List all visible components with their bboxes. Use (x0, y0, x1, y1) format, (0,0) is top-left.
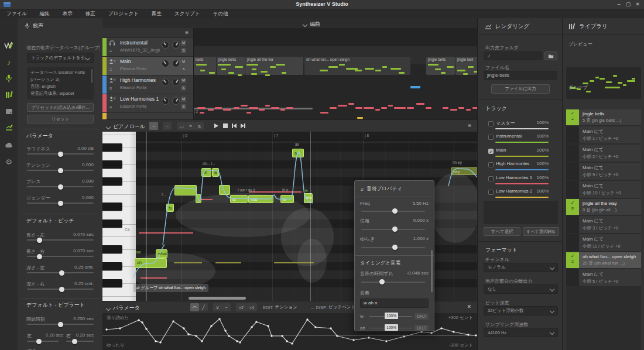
select-all-button[interactable]: すべて選択 (484, 227, 520, 236)
track-grip-icon[interactable]: ≡ (109, 68, 115, 72)
instance-info[interactable]: Main にて小節 3 / ピッチ +0 (579, 216, 641, 233)
group-badge[interactable]: ⇄ グループ oh what fun... open sleigh (133, 284, 208, 292)
instance-info[interactable]: Main にて小節 11 / ピッチ +0 (579, 234, 641, 251)
voice-param-3-slider-thumb[interactable] (58, 201, 63, 206)
arrangement-collapse[interactable]: 編曲 (303, 20, 320, 28)
solo-button[interactable]: S (181, 104, 186, 109)
black-key[interactable] (102, 262, 122, 270)
note[interactable] (196, 194, 201, 203)
pitch-param-1-slider[interactable] (27, 256, 94, 257)
param-panel-collapse[interactable]: パラメータ (107, 304, 140, 312)
voice-param-3-slider[interactable] (27, 203, 94, 204)
group-enable-block[interactable]: ✓≡ (566, 199, 579, 215)
gain-knob[interactable] (172, 78, 180, 86)
pitch-param-0-slider-thumb[interactable] (37, 238, 42, 243)
curve-mode-icon[interactable]: ◡ (177, 122, 186, 130)
group-instance-0-0[interactable]: Main にて小節 1 / ピッチ +0 (566, 126, 641, 145)
track-row-low-harmonies-1[interactable]: ≡Low Harmonies 1Eleanor ForteMS (102, 94, 193, 113)
vibrato-tool-icon[interactable]: ~ (163, 122, 172, 130)
phoneme-label[interactable]: w (305, 188, 308, 193)
menu-item-1[interactable]: 編集 (33, 11, 56, 18)
gain-knob[interactable] (172, 60, 180, 67)
pan-knob[interactable] (162, 41, 169, 49)
phoneme-label[interactable]: f... (162, 193, 166, 197)
group-enable-block[interactable]: ✓≡ (566, 109, 579, 125)
note[interactable]: in (280, 195, 294, 203)
vibrato-left-slider[interactable] (27, 341, 59, 342)
menu-item-7[interactable]: その他 (207, 11, 235, 18)
reset-button[interactable]: リセット (27, 115, 94, 123)
vibrato-start-slider[interactable] (27, 324, 94, 325)
render-track-checkbox-3[interactable] (488, 162, 494, 167)
library-panel-icon[interactable] (0, 87, 18, 102)
group-info[interactable]: oh what fun... open sleigh20 音 (oh what … (579, 252, 641, 268)
track-grip-icon[interactable]: ≡ (109, 87, 115, 91)
black-key[interactable] (102, 219, 122, 228)
phoneme-strength-slider[interactable]: 100% (369, 324, 412, 331)
pan-knob[interactable] (162, 78, 169, 86)
library-group-1[interactable]: ✓≡jingle all the way8 音 (jin gle all ...… (566, 199, 641, 216)
slider-thumb[interactable] (392, 245, 398, 250)
slider-thumb[interactable] (392, 208, 398, 214)
piano-roll-hscrollbar[interactable] (189, 297, 246, 300)
database-icon[interactable] (0, 104, 18, 119)
menu-item-0[interactable]: ファイル (0, 11, 33, 18)
pitch-param-3-slider[interactable] (27, 289, 94, 290)
close-button[interactable]: ✕ (633, 1, 642, 7)
voice-param-0-slider[interactable] (27, 153, 94, 155)
phoneme-label[interactable]: ow (136, 250, 141, 254)
note[interactable]: to (230, 195, 248, 203)
voice-param-0-slider-thumb[interactable] (58, 152, 63, 157)
preset-button[interactable]: プリセットの読み込み/保存... (27, 103, 94, 112)
track-row-instrumental[interactable]: ≡InstrumentalANW1675_32_Jingle-B...MS (102, 38, 193, 57)
note[interactable] (174, 185, 197, 195)
vibrato-left-thumb[interactable] (36, 339, 42, 344)
disp-value[interactable]: ピッチベンド (328, 304, 355, 310)
pitch-param-0-slider[interactable] (27, 239, 94, 241)
export-button[interactable]: ファイルに出力 (491, 84, 550, 94)
settings-gear-icon[interactable]: ⚙ (0, 154, 18, 169)
note[interactable] (219, 185, 230, 195)
note[interactable]: ride (248, 195, 273, 203)
param-line-tool-icon[interactable]: ╱ (199, 303, 208, 311)
note[interactable]: em (304, 193, 313, 203)
group-instance-2-0[interactable]: Main にて小節 5 / ピッチ +0 (566, 269, 641, 287)
format-dropdown-1[interactable]: なし (484, 284, 558, 294)
note[interactable]: what (156, 249, 167, 258)
note[interactable]: hey (451, 167, 477, 175)
black-key[interactable] (102, 143, 122, 152)
voice-panel-icon[interactable] (0, 71, 18, 86)
menu-item-3[interactable]: 修正 (79, 11, 102, 18)
voice-param-1-slider-thumb[interactable] (58, 168, 63, 173)
render-track-checkbox-5[interactable] (488, 190, 494, 195)
render-track-checkbox-4[interactable] (488, 176, 494, 181)
format-dropdown-0[interactable]: モノラル (484, 263, 558, 272)
popup-slider-1[interactable] (360, 227, 429, 232)
note[interactable]: fu (166, 204, 174, 212)
edit-value[interactable]: テンション (275, 304, 297, 310)
solo-button[interactable]: S (181, 67, 186, 72)
menu-item-6[interactable]: スクリプト (168, 11, 207, 18)
arrangement-timeline[interactable]: | 2| 3| 4| 5| 6| 7| 8| 9| 10| 11ANW1675_… (193, 28, 478, 120)
info-scrollbar[interactable] (91, 69, 93, 83)
gain-knob[interactable] (172, 97, 180, 105)
param-points-mode-icon[interactable]: ∨ (213, 303, 222, 311)
menu-item-4[interactable]: プロジェクト (102, 11, 145, 18)
note[interactable]: is (212, 168, 219, 177)
popup-slider-2[interactable] (360, 245, 429, 251)
default-button[interactable]: DFLT (415, 313, 429, 320)
smooth-mode-icon[interactable]: ≈ (186, 122, 195, 130)
cloud-icon[interactable] (0, 138, 18, 153)
group-instance-0-1[interactable]: Main にて小節 2 / ピッチ +0 (566, 145, 641, 163)
solo-button[interactable]: S (181, 85, 186, 91)
note[interactable]: a (292, 149, 304, 157)
vibrato-right-thumb[interactable] (72, 339, 77, 344)
black-key[interactable] (102, 279, 122, 287)
menu-item-5[interactable]: 再生 (145, 11, 168, 18)
track-grip-icon[interactable]: ≡ (109, 49, 115, 53)
voice-param-2-slider[interactable] (27, 186, 94, 187)
popup-slider-0[interactable] (360, 209, 429, 214)
mute-button[interactable]: M (181, 40, 186, 46)
pitch-param-2-slider-thumb[interactable] (59, 270, 64, 276)
note-properties-header[interactable]: ♫ 音符プロパティ (355, 184, 434, 197)
